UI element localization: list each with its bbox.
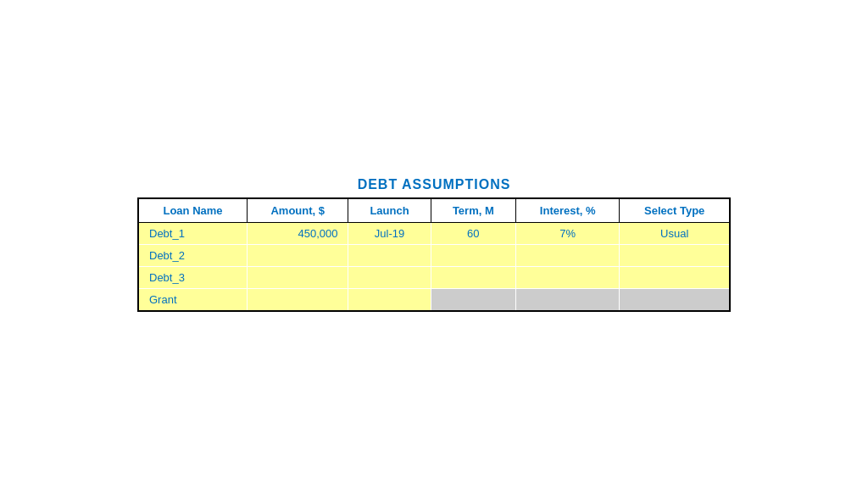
cell-launch	[348, 267, 431, 289]
table-row: Debt_3	[138, 267, 730, 289]
cell-interest	[516, 267, 620, 289]
cell-term: 60	[431, 223, 516, 245]
col-header-loan-name: Loan Name	[138, 198, 248, 223]
cell-loan-name: Debt_1	[138, 223, 248, 245]
cell-select-type	[620, 289, 730, 312]
table-row: Debt_2	[138, 245, 730, 267]
cell-loan-name: Debt_3	[138, 267, 248, 289]
cell-launch: Jul-19	[348, 223, 431, 245]
table-row: Grant	[138, 289, 730, 312]
cell-launch	[348, 245, 431, 267]
cell-amount	[248, 289, 348, 312]
cell-term	[431, 245, 516, 267]
cell-term	[431, 289, 516, 312]
col-header-launch: Launch	[348, 198, 431, 223]
col-header-select-type: Select Type	[620, 198, 730, 223]
cell-select-type	[620, 245, 730, 267]
table-title: DEBT ASSUMPTIONS	[358, 177, 511, 192]
table-body: Debt_1450,000Jul-19607%UsualDebt_2Debt_3…	[138, 223, 730, 312]
cell-amount	[248, 267, 348, 289]
table-row: Debt_1450,000Jul-19607%Usual	[138, 223, 730, 245]
table-header-row: Loan Name Amount, $ Launch Term, M Inter…	[138, 198, 730, 223]
col-header-interest: Interest, %	[516, 198, 620, 223]
cell-term	[431, 267, 516, 289]
cell-interest	[516, 245, 620, 267]
cell-amount: 450,000	[248, 223, 348, 245]
col-header-amount: Amount, $	[248, 198, 348, 223]
debt-assumptions-table: Loan Name Amount, $ Launch Term, M Inter…	[137, 197, 731, 312]
cell-launch	[348, 289, 431, 312]
col-header-term: Term, M	[431, 198, 516, 223]
cell-amount	[248, 245, 348, 267]
cell-loan-name: Grant	[138, 289, 248, 312]
cell-interest: 7%	[516, 223, 620, 245]
cell-loan-name: Debt_2	[138, 245, 248, 267]
cell-interest	[516, 289, 620, 312]
cell-select-type	[620, 267, 730, 289]
cell-select-type: Usual	[620, 223, 730, 245]
main-container: DEBT ASSUMPTIONS Loan Name Amount, $ Lau…	[120, 160, 748, 329]
